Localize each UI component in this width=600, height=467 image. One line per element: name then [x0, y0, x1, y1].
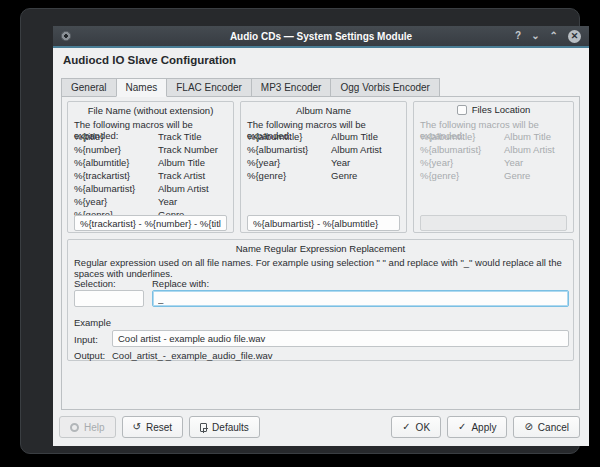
macro-key: %{albumartist}: [74, 183, 158, 194]
minimize-icon[interactable]: ⌄: [531, 31, 539, 41]
example-input-label: Input:: [74, 334, 98, 345]
files-location-checkbox[interactable]: [457, 105, 467, 115]
macro-key: %{genre}: [247, 170, 331, 181]
macro-row: %{title}Track Title: [74, 131, 229, 142]
page-title: Audiocd IO Slave Configuration: [63, 54, 236, 66]
cancel-circle-icon: ⊘: [524, 422, 532, 432]
document-revert-icon: [200, 423, 207, 432]
file-name-group-title: File Name (without extension): [68, 105, 233, 116]
macro-key: %{year}: [247, 157, 331, 168]
album-name-group-title: Album Name: [241, 105, 406, 116]
macro-key: %{albumtitle}: [420, 131, 504, 142]
album-name-pattern-input[interactable]: [247, 215, 400, 231]
macro-row: %{albumtitle}Album Title: [74, 157, 229, 168]
macro-key: %{year}: [74, 196, 158, 207]
ok-button[interactable]: ✓ OK: [391, 416, 441, 438]
file-name-pattern-input[interactable]: [74, 215, 227, 231]
regex-replacement-groupbox: Name Regular Expression Replacement Regu…: [67, 239, 574, 361]
macro-key: %{year}: [420, 157, 504, 168]
selection-input[interactable]: [74, 290, 144, 307]
macro-row: %{genre}Genre: [247, 170, 402, 181]
macro-desc: Album Artist: [504, 144, 555, 155]
audio-cd-app-icon: [61, 31, 71, 41]
example-output-value: Cool_artist_-_example_audio_file.wav: [112, 350, 273, 361]
tab-flac-encoder[interactable]: FLAC Encoder: [167, 78, 251, 97]
regex-description: Regular expression used on all file name…: [74, 257, 569, 279]
macro-row: %{year}Year: [247, 157, 402, 168]
macro-row: %{albumartist}Album Artist: [74, 183, 229, 194]
macro-desc: Track Title: [158, 131, 201, 142]
example-label: Example: [74, 317, 111, 328]
macro-key: %{title}: [74, 131, 158, 142]
titlebar-help-icon[interactable]: ?: [515, 31, 521, 41]
macro-key: %{albumartist}: [420, 144, 504, 155]
macro-desc: Album Title: [504, 131, 551, 142]
macro-desc: Track Artist: [158, 170, 205, 181]
tab-general[interactable]: General: [61, 78, 116, 97]
undo-icon: ↺: [133, 422, 141, 432]
check-icon: ✓: [458, 422, 466, 432]
tab-bar: General Names FLAC Encoder MP3 Encoder O…: [61, 78, 440, 97]
macro-desc: Year: [504, 157, 523, 168]
settings-module-content: Audiocd IO Slave Configuration General N…: [53, 48, 589, 446]
close-icon[interactable]: ✕: [568, 30, 581, 43]
macro-desc: Album Artist: [331, 144, 382, 155]
defaults-button[interactable]: Defaults: [189, 416, 260, 438]
help-button[interactable]: Help: [59, 416, 116, 438]
titlebar[interactable]: Audio CDs — System Settings Module ? ⌄ ⌃…: [53, 26, 589, 46]
file-name-groupbox: File Name (without extension) The follow…: [67, 101, 234, 233]
macro-row: %{albumtitle}Album Title: [247, 131, 402, 142]
macro-row: %{albumartist}Album Artist: [247, 144, 402, 155]
macro-desc: Track Number: [158, 144, 218, 155]
replace-with-label: Replace with:: [152, 278, 209, 289]
macro-key: %{genre}: [420, 170, 504, 181]
macro-key: %{albumtitle}: [74, 157, 158, 168]
maximize-icon[interactable]: ⌃: [550, 31, 558, 41]
help-icon: [70, 423, 79, 432]
cancel-button[interactable]: ⊘ Cancel: [513, 416, 580, 438]
macro-desc: Genre: [331, 170, 357, 181]
apply-button[interactable]: ✓ Apply: [447, 416, 507, 438]
macro-row: %{albumartist}Album Artist: [420, 144, 569, 155]
macro-desc: Album Title: [158, 157, 205, 168]
macro-key: %{albumartist}: [247, 144, 331, 155]
macro-row: %{genre}Genre: [420, 170, 569, 181]
macro-desc: Album Title: [331, 131, 378, 142]
example-output-label: Output:: [74, 350, 105, 361]
regex-group-title: Name Regular Expression Replacement: [68, 243, 573, 254]
macro-desc: Year: [331, 157, 350, 168]
replace-with-input[interactable]: [152, 290, 569, 307]
selection-label: Selection:: [74, 278, 116, 289]
reset-button[interactable]: ↺ Reset: [122, 416, 184, 438]
album-name-groupbox: Album Name The following macros will be …: [240, 101, 407, 233]
macro-desc: Genre: [504, 170, 530, 181]
files-location-groupbox: Files Location The following macros will…: [413, 101, 574, 233]
macro-key: %{number}: [74, 144, 158, 155]
macro-row: %{albumtitle}Album Title: [420, 131, 569, 142]
macro-row: %{trackartist}Track Artist: [74, 170, 229, 181]
tab-ogg-vorbis-encoder[interactable]: Ogg Vorbis Encoder: [330, 78, 440, 97]
macro-key: %{trackartist}: [74, 170, 158, 181]
macro-key: %{albumtitle}: [247, 131, 331, 142]
macro-desc: Year: [158, 196, 177, 207]
macro-row: %{year}Year: [420, 157, 569, 168]
macro-desc: Album Artist: [158, 183, 209, 194]
files-location-group-title: Files Location: [472, 104, 531, 115]
window-title: Audio CDs — System Settings Module: [53, 31, 589, 42]
button-row-spacer: [266, 416, 385, 438]
macro-row: %{number}Track Number: [74, 144, 229, 155]
dialog-button-row: Help ↺ Reset Defaults ✓ OK ✓ Apply ⊘ Can…: [59, 416, 580, 438]
tab-mp3-encoder[interactable]: MP3 Encoder: [251, 78, 331, 97]
tab-names[interactable]: Names: [116, 78, 168, 97]
check-icon: ✓: [402, 422, 410, 432]
window-frame: Audio CDs — System Settings Module ? ⌄ ⌃…: [20, 8, 580, 454]
macro-row: %{year}Year: [74, 196, 229, 207]
files-location-pattern-input: [420, 215, 567, 231]
example-input-field[interactable]: [112, 330, 569, 347]
